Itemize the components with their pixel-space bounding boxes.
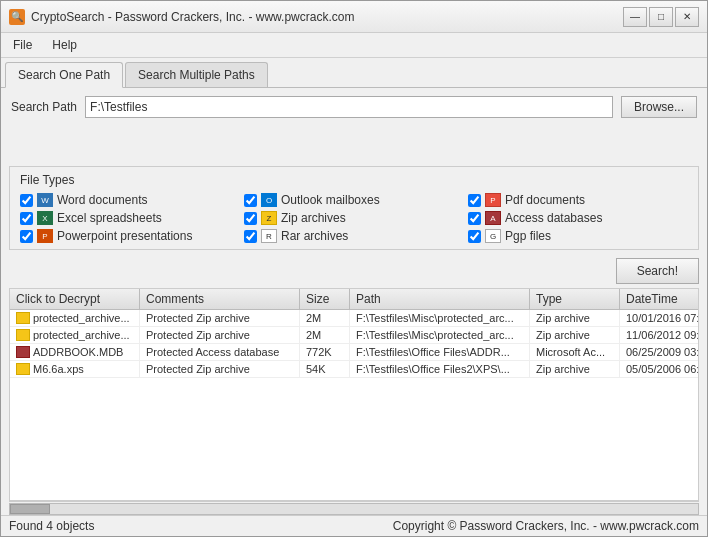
tabs-bar: Search One Path Search Multiple Paths	[1, 58, 707, 88]
results-table: Click to Decrypt Comments Size Path Type…	[9, 288, 699, 501]
scrollbar-thumb[interactable]	[10, 504, 50, 514]
filetype-zip[interactable]: Z Zip archives	[244, 211, 464, 225]
maximize-button[interactable]: □	[649, 7, 673, 27]
filetype-pgp-label: Pgp files	[505, 229, 551, 243]
status-found: Found 4 objects	[9, 519, 94, 533]
cell-size-3: 54K	[300, 361, 350, 377]
excel-icon: X	[37, 211, 53, 225]
cell-datetime-3: 05/05/2006 06:47:02...	[620, 361, 698, 377]
filetype-rar[interactable]: R Rar archives	[244, 229, 464, 243]
col-comments[interactable]: Comments	[140, 289, 300, 309]
cell-datetime-0: 10/01/2016 07:22:20...	[620, 310, 698, 326]
search-path-input[interactable]	[85, 96, 613, 118]
checkbox-pdf[interactable]	[468, 194, 481, 207]
cell-type-0: Zip archive	[530, 310, 620, 326]
cell-name-1: protected_archive...	[10, 327, 140, 343]
checkbox-word[interactable]	[20, 194, 33, 207]
scrollbar-area[interactable]	[9, 501, 699, 515]
cell-size-0: 2M	[300, 310, 350, 326]
row-zip-icon	[16, 363, 30, 375]
cell-comment-3: Protected Zip archive	[140, 361, 300, 377]
filetype-word-label: Word documents	[57, 193, 148, 207]
filetype-outlook[interactable]: O Outlook mailboxes	[244, 193, 464, 207]
cell-name-3: M6.6a.xps	[10, 361, 140, 377]
cell-name-0: protected_archive...	[10, 310, 140, 326]
col-type[interactable]: Type	[530, 289, 620, 309]
filetype-excel[interactable]: X Excel spreadsheets	[20, 211, 240, 225]
cell-name-2: ADDRBOOK.MDB	[10, 344, 140, 360]
checkbox-outlook[interactable]	[244, 194, 257, 207]
row-access-icon	[16, 346, 30, 358]
search-btn-row: Search!	[1, 254, 707, 288]
table-row[interactable]: protected_archive... Protected Zip archi…	[10, 310, 698, 327]
checkbox-ppt[interactable]	[20, 230, 33, 243]
search-path-label: Search Path	[11, 100, 77, 114]
cell-type-3: Zip archive	[530, 361, 620, 377]
filetype-ppt[interactable]: P Powerpoint presentations	[20, 229, 240, 243]
word-icon: W	[37, 193, 53, 207]
window-controls: — □ ✕	[623, 7, 699, 27]
cell-size-1: 2M	[300, 327, 350, 343]
minimize-button[interactable]: —	[623, 7, 647, 27]
browse-button[interactable]: Browse...	[621, 96, 697, 118]
table-row[interactable]: M6.6a.xps Protected Zip archive 54K F:\T…	[10, 361, 698, 378]
zip-icon: Z	[261, 211, 277, 225]
cell-comment-0: Protected Zip archive	[140, 310, 300, 326]
menu-file[interactable]: File	[5, 35, 40, 55]
filetype-rar-label: Rar archives	[281, 229, 348, 243]
table-header: Click to Decrypt Comments Size Path Type…	[10, 289, 698, 310]
empty-area	[1, 126, 707, 166]
filetype-excel-label: Excel spreadsheets	[57, 211, 162, 225]
cell-path-0: F:\Testfiles\Misc\protected_arc...	[350, 310, 530, 326]
file-types-grid: W Word documents O Outlook mailboxes P P…	[20, 193, 688, 243]
access-icon: A	[485, 211, 501, 225]
window-title: CryptoSearch - Password Crackers, Inc. -…	[31, 10, 354, 24]
search-button[interactable]: Search!	[616, 258, 699, 284]
cell-datetime-1: 11/06/2012 09:52:30...	[620, 327, 698, 343]
title-bar: 🔍 CryptoSearch - Password Crackers, Inc.…	[1, 1, 707, 33]
filetype-ppt-label: Powerpoint presentations	[57, 229, 192, 243]
checkbox-rar[interactable]	[244, 230, 257, 243]
row-zip-icon	[16, 312, 30, 324]
menu-bar: File Help	[1, 33, 707, 58]
filetype-access[interactable]: A Access databases	[468, 211, 688, 225]
outlook-icon: O	[261, 193, 277, 207]
search-path-row: Search Path Browse...	[1, 88, 707, 126]
row-zip-icon	[16, 329, 30, 341]
cell-comment-2: Protected Access database	[140, 344, 300, 360]
checkbox-zip[interactable]	[244, 212, 257, 225]
status-copyright: Copyright © Password Crackers, Inc. - ww…	[393, 519, 699, 533]
menu-help[interactable]: Help	[44, 35, 85, 55]
col-datetime[interactable]: DateTime	[620, 289, 698, 309]
table-row[interactable]: ADDRBOOK.MDB Protected Access database 7…	[10, 344, 698, 361]
tab-search-one-path[interactable]: Search One Path	[5, 62, 123, 88]
table-row[interactable]: protected_archive... Protected Zip archi…	[10, 327, 698, 344]
filetype-pdf[interactable]: P Pdf documents	[468, 193, 688, 207]
table-body: protected_archive... Protected Zip archi…	[10, 310, 698, 500]
file-types-section: File Types W Word documents O Outlook ma…	[9, 166, 699, 250]
filetype-word[interactable]: W Word documents	[20, 193, 240, 207]
checkbox-pgp[interactable]	[468, 230, 481, 243]
cell-path-2: F:\Testfiles\Office Files\ADDR...	[350, 344, 530, 360]
checkbox-excel[interactable]	[20, 212, 33, 225]
cell-size-2: 772K	[300, 344, 350, 360]
cell-path-3: F:\Testfiles\Office Files2\XPS\...	[350, 361, 530, 377]
app-icon: 🔍	[9, 9, 25, 25]
col-path[interactable]: Path	[350, 289, 530, 309]
filetype-pgp[interactable]: G Pgp files	[468, 229, 688, 243]
cell-path-1: F:\Testfiles\Misc\protected_arc...	[350, 327, 530, 343]
filetype-access-label: Access databases	[505, 211, 602, 225]
file-types-label: File Types	[20, 173, 688, 187]
rar-icon: R	[261, 229, 277, 243]
filetype-outlook-label: Outlook mailboxes	[281, 193, 380, 207]
col-size[interactable]: Size	[300, 289, 350, 309]
status-bar: Found 4 objects Copyright © Password Cra…	[1, 515, 707, 536]
pdf-icon: P	[485, 193, 501, 207]
horizontal-scrollbar[interactable]	[9, 503, 699, 515]
col-name[interactable]: Click to Decrypt	[10, 289, 140, 309]
cell-comment-1: Protected Zip archive	[140, 327, 300, 343]
close-button[interactable]: ✕	[675, 7, 699, 27]
cell-datetime-2: 06/25/2009 03:59:00...	[620, 344, 698, 360]
checkbox-access[interactable]	[468, 212, 481, 225]
tab-search-multiple-paths[interactable]: Search Multiple Paths	[125, 62, 268, 87]
